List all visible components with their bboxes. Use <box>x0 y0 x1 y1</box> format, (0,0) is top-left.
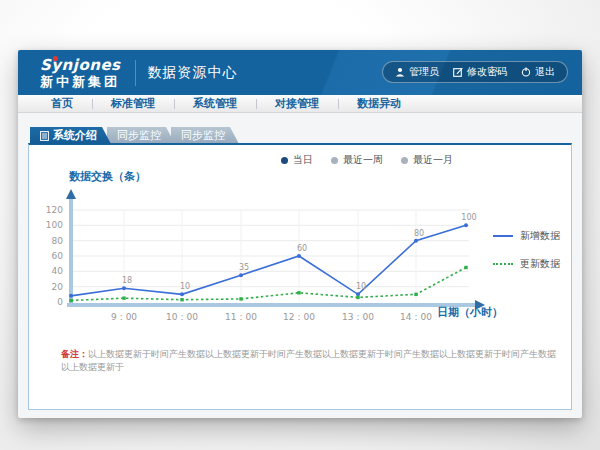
y-tick-label: 20 <box>52 282 64 292</box>
data-point-label: 35 <box>239 263 249 272</box>
data-point <box>239 297 242 300</box>
tab-sync-monitor-1[interactable]: 同步监控 <box>107 127 175 144</box>
data-point <box>180 298 183 301</box>
x-tick-label: 9：00 <box>111 312 137 322</box>
data-point <box>122 286 126 290</box>
y-tick-label: 40 <box>52 266 64 276</box>
logout-label: 退出 <box>535 65 555 79</box>
nav-item-system-mgmt[interactable]: 系统管理 <box>174 95 256 113</box>
data-point-label: 80 <box>414 229 424 238</box>
legend-line-sample <box>493 263 513 265</box>
nav-item-standard-mgmt[interactable]: 标准管理 <box>92 95 174 113</box>
footnote-label: 备注： <box>61 349 88 359</box>
y-tick-label: 100 <box>46 220 63 230</box>
legend-item-new-data: 新增数据 <box>493 229 560 243</box>
y-tick-label: 60 <box>52 251 64 261</box>
y-axis-arrow-icon <box>66 189 76 199</box>
data-point <box>180 292 184 296</box>
tab-label: 系统介绍 <box>53 127 97 144</box>
legend-item-updated-data: 更新数据 <box>493 257 560 271</box>
x-tick-label: 11：00 <box>225 312 257 322</box>
change-password-label: 修改密码 <box>467 65 507 79</box>
change-password-button[interactable]: 修改密码 <box>453 65 507 79</box>
data-point <box>122 296 125 299</box>
data-point <box>414 293 417 296</box>
data-point <box>69 299 72 302</box>
document-icon <box>40 131 49 141</box>
data-point <box>414 239 418 243</box>
user-icon <box>395 67 405 77</box>
data-point-label: 10 <box>180 282 190 291</box>
data-point <box>464 266 467 269</box>
data-point <box>69 294 73 298</box>
y-tick-label: 120 <box>46 205 63 215</box>
y-tick-label: 0 <box>57 297 63 307</box>
nav-item-data-change[interactable]: 数据异动 <box>338 95 420 113</box>
user-toolbar: 管理员 修改密码 退出 <box>382 61 568 83</box>
legend-line-sample <box>493 235 513 237</box>
tab-system-intro[interactable]: 系统介绍 <box>30 127 111 144</box>
current-user-label: 管理员 <box>409 65 439 79</box>
data-point <box>297 291 300 294</box>
nav-item-interface-mgmt[interactable]: 对接管理 <box>256 95 338 113</box>
footnote-text: 以上数据更新于时间产生数据以上数据更新于时间产生数据以上数据更新于时间产生数据以… <box>61 349 556 372</box>
nav-item-home[interactable]: 首页 <box>32 95 92 113</box>
company-logo: Synjones 新中新集团 <box>40 58 121 88</box>
footnote: 备注：以上数据更新于时间产生数据以上数据更新于时间产生数据以上数据更新于时间产生… <box>61 348 561 374</box>
tab-label: 同步监控 <box>117 127 161 144</box>
logout-button[interactable]: 退出 <box>521 65 555 79</box>
logo-text-cn: 新中新集团 <box>40 75 121 88</box>
data-point <box>239 273 243 277</box>
x-tick-label: 14：00 <box>400 312 432 322</box>
data-point-label: 18 <box>122 276 132 285</box>
x-tick-label: 10：00 <box>166 312 198 322</box>
current-user[interactable]: 管理员 <box>395 65 439 79</box>
data-point-label: 10 <box>356 282 366 291</box>
chart-panel: 当日 最近一周 最近一月 数据交换（条） 0204060801001209：00… <box>28 143 572 410</box>
main-nav: 首页 标准管理 系统管理 对接管理 数据异动 <box>18 95 582 113</box>
tab-sync-monitor-2[interactable]: 同步监控 <box>171 127 239 144</box>
legend-label: 更新数据 <box>520 257 560 271</box>
header: Synjones 新中新集团 数据资源中心 管理员 修改密码 退出 <box>18 50 582 95</box>
app-title: 数据资源中心 <box>148 64 238 82</box>
tab-label: 同步监控 <box>181 127 225 144</box>
edit-icon <box>453 67 463 77</box>
header-divider <box>135 60 136 86</box>
x-axis-title: 日期（小时） <box>437 305 503 320</box>
data-point <box>356 296 359 299</box>
data-point-label: 100 <box>461 213 476 222</box>
data-point <box>464 223 468 227</box>
series-line-0 <box>71 225 466 296</box>
y-tick-label: 80 <box>52 236 64 246</box>
power-icon <box>521 67 531 77</box>
x-tick-label: 12：00 <box>283 312 315 322</box>
tab-bar: 系统介绍 同步监控 同步监控 <box>30 127 582 144</box>
x-tick-label: 13：00 <box>342 312 374 322</box>
data-point-label: 60 <box>297 244 307 253</box>
app-window: Synjones 新中新集团 数据资源中心 管理员 修改密码 退出 首页 标准管… <box>18 50 582 418</box>
logo-red-dot-icon <box>53 56 58 61</box>
chart-legend: 新增数据 更新数据 <box>493 229 560 271</box>
data-point <box>297 254 301 258</box>
legend-label: 新增数据 <box>520 229 560 243</box>
